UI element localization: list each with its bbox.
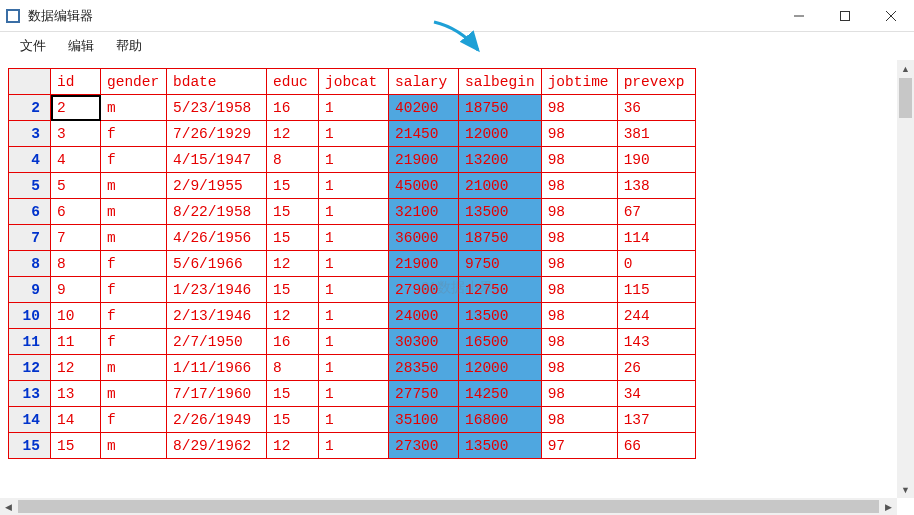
cell-salbegin[interactable]: 13500 xyxy=(459,303,542,329)
cell-jobcat[interactable]: 1 xyxy=(319,199,389,225)
cell-educ[interactable]: 15 xyxy=(267,199,319,225)
col-header-salbegin[interactable]: salbegin xyxy=(459,69,542,95)
cell-bdate[interactable]: 4/15/1947 xyxy=(167,147,267,173)
cell-jobcat[interactable]: 1 xyxy=(319,303,389,329)
cell-bdate[interactable]: 7/26/1929 xyxy=(167,121,267,147)
cell-salbegin[interactable]: 16500 xyxy=(459,329,542,355)
cell-salary[interactable]: 32100 xyxy=(389,199,459,225)
cell-salbegin[interactable]: 16800 xyxy=(459,407,542,433)
table-row[interactable]: 1515m8/29/196212127300135009766 xyxy=(9,433,696,459)
cell-prevexp[interactable]: 114 xyxy=(617,225,695,251)
cell-jobtime[interactable]: 98 xyxy=(541,95,617,121)
minimize-button[interactable] xyxy=(776,0,822,32)
row-header[interactable]: 12 xyxy=(9,355,51,381)
maximize-button[interactable] xyxy=(822,0,868,32)
menu-edit[interactable]: 编辑 xyxy=(58,35,104,57)
cell-bdate[interactable]: 2/26/1949 xyxy=(167,407,267,433)
cell-gender[interactable]: m xyxy=(101,173,167,199)
cell-salary[interactable]: 27300 xyxy=(389,433,459,459)
cell-id[interactable]: 14 xyxy=(51,407,101,433)
cell-salbegin[interactable]: 13500 xyxy=(459,199,542,225)
cell-id[interactable]: 13 xyxy=(51,381,101,407)
vertical-scrollbar[interactable]: ▲ ▼ xyxy=(897,60,914,498)
vertical-scroll-thumb[interactable] xyxy=(899,78,912,118)
cell-educ[interactable]: 12 xyxy=(267,121,319,147)
cell-gender[interactable]: f xyxy=(101,277,167,303)
cell-id[interactable]: 8 xyxy=(51,251,101,277)
cell-jobcat[interactable]: 1 xyxy=(319,251,389,277)
table-row[interactable]: 1010f2/13/1946121240001350098244 xyxy=(9,303,696,329)
cell-salary[interactable]: 36000 xyxy=(389,225,459,251)
col-header-salary[interactable]: salary xyxy=(389,69,459,95)
cell-salary[interactable]: 30300 xyxy=(389,329,459,355)
row-header[interactable]: 13 xyxy=(9,381,51,407)
cell-gender[interactable]: m xyxy=(101,199,167,225)
cell-bdate[interactable]: 7/17/1960 xyxy=(167,381,267,407)
cell-jobtime[interactable]: 98 xyxy=(541,355,617,381)
cell-id[interactable]: 6 xyxy=(51,199,101,225)
cell-gender[interactable]: m xyxy=(101,433,167,459)
row-header[interactable]: 2 xyxy=(9,95,51,121)
cell-educ[interactable]: 12 xyxy=(267,303,319,329)
cell-salary[interactable]: 40200 xyxy=(389,95,459,121)
table-row[interactable]: 1414f2/26/1949151351001680098137 xyxy=(9,407,696,433)
cell-salbegin[interactable]: 9750 xyxy=(459,251,542,277)
cell-gender[interactable]: f xyxy=(101,329,167,355)
cell-jobcat[interactable]: 1 xyxy=(319,121,389,147)
row-header[interactable]: 9 xyxy=(9,277,51,303)
cell-prevexp[interactable]: 66 xyxy=(617,433,695,459)
cell-educ[interactable]: 12 xyxy=(267,433,319,459)
table-row[interactable]: 33f7/26/1929121214501200098381 xyxy=(9,121,696,147)
cell-educ[interactable]: 15 xyxy=(267,277,319,303)
menu-file[interactable]: 文件 xyxy=(10,35,56,57)
col-header-educ[interactable]: educ xyxy=(267,69,319,95)
cell-salary[interactable]: 35100 xyxy=(389,407,459,433)
row-header[interactable]: 3 xyxy=(9,121,51,147)
row-header[interactable]: 8 xyxy=(9,251,51,277)
cell-prevexp[interactable]: 36 xyxy=(617,95,695,121)
row-header[interactable]: 14 xyxy=(9,407,51,433)
cell-salary[interactable]: 27900 xyxy=(389,277,459,303)
cell-salary[interactable]: 28350 xyxy=(389,355,459,381)
cell-salary[interactable]: 27750 xyxy=(389,381,459,407)
cell-jobtime[interactable]: 98 xyxy=(541,381,617,407)
cell-salbegin[interactable]: 18750 xyxy=(459,225,542,251)
cell-salbegin[interactable]: 13500 xyxy=(459,433,542,459)
cell-jobcat[interactable]: 1 xyxy=(319,147,389,173)
cell-educ[interactable]: 15 xyxy=(267,407,319,433)
cell-jobcat[interactable]: 1 xyxy=(319,407,389,433)
cell-jobtime[interactable]: 98 xyxy=(541,147,617,173)
cell-jobtime[interactable]: 98 xyxy=(541,329,617,355)
cell-id[interactable]: 9 xyxy=(51,277,101,303)
cell-gender[interactable]: m xyxy=(101,95,167,121)
table-row[interactable]: 1313m7/17/196015127750142509834 xyxy=(9,381,696,407)
cell-jobcat[interactable]: 1 xyxy=(319,95,389,121)
cell-salary[interactable]: 24000 xyxy=(389,303,459,329)
cell-prevexp[interactable]: 0 xyxy=(617,251,695,277)
cell-gender[interactable]: m xyxy=(101,381,167,407)
cell-jobtime[interactable]: 98 xyxy=(541,277,617,303)
cell-bdate[interactable]: 2/7/1950 xyxy=(167,329,267,355)
cell-jobtime[interactable]: 98 xyxy=(541,173,617,199)
col-header-bdate[interactable]: bdate xyxy=(167,69,267,95)
cell-jobcat[interactable]: 1 xyxy=(319,381,389,407)
cell-jobtime[interactable]: 97 xyxy=(541,433,617,459)
cell-id[interactable]: 2 xyxy=(51,95,101,121)
cell-educ[interactable]: 16 xyxy=(267,329,319,355)
cell-bdate[interactable]: 1/23/1946 xyxy=(167,277,267,303)
row-header[interactable]: 15 xyxy=(9,433,51,459)
cell-jobtime[interactable]: 98 xyxy=(541,121,617,147)
cell-bdate[interactable]: 2/13/1946 xyxy=(167,303,267,329)
cell-salbegin[interactable]: 12000 xyxy=(459,121,542,147)
table-row[interactable]: 44f4/15/194781219001320098190 xyxy=(9,147,696,173)
cell-bdate[interactable]: 8/22/1958 xyxy=(167,199,267,225)
cell-prevexp[interactable]: 137 xyxy=(617,407,695,433)
cell-bdate[interactable]: 8/29/1962 xyxy=(167,433,267,459)
cell-jobtime[interactable]: 98 xyxy=(541,199,617,225)
cell-bdate[interactable]: 1/11/1966 xyxy=(167,355,267,381)
data-table[interactable]: id gender bdate educ jobcat salary salbe… xyxy=(8,68,696,459)
cell-educ[interactable]: 8 xyxy=(267,147,319,173)
table-row[interactable]: 99f1/23/1946151279001275098115 xyxy=(9,277,696,303)
scroll-down-icon[interactable]: ▼ xyxy=(897,481,914,498)
cell-gender[interactable]: f xyxy=(101,407,167,433)
